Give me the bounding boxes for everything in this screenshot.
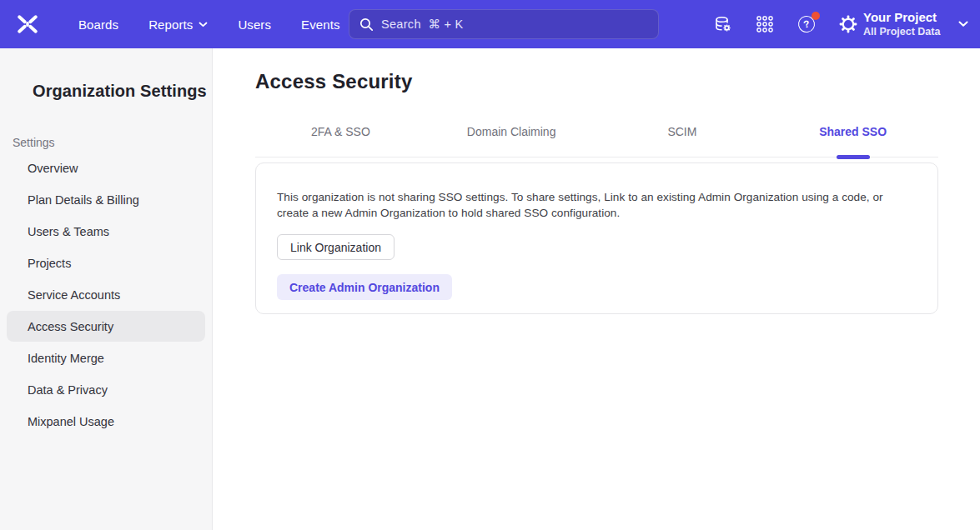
- sidebar-title: Organization Settings: [33, 82, 212, 101]
- page-title: Access Security: [255, 70, 980, 93]
- data-settings-button[interactable]: [713, 14, 733, 34]
- gear-icon: [838, 14, 858, 34]
- tab-domain-claiming[interactable]: Domain Claiming: [426, 117, 597, 157]
- notification-badge: [812, 12, 820, 20]
- primary-nav-links: Boards Reports Users Events: [67, 11, 352, 38]
- help-button[interactable]: ?: [797, 14, 817, 34]
- card-actions: Link Organization Create Admin Organizat…: [277, 221, 917, 300]
- search-icon: [359, 18, 374, 32]
- search-input[interactable]: [381, 18, 648, 31]
- main-content: Access Security 2FA & SSO Domain Claimin…: [214, 48, 980, 530]
- create-admin-organization-button[interactable]: Create Admin Organization: [277, 274, 452, 300]
- mixpanel-logo[interactable]: [13, 12, 42, 36]
- nav-item-events[interactable]: Events: [289, 11, 351, 38]
- chevron-down-icon: [199, 22, 208, 28]
- nav-item-label: Reports: [148, 18, 193, 32]
- sidebar-item-plan-details-billing[interactable]: Plan Details & Billing: [7, 184, 205, 215]
- apps-grid-icon: [756, 15, 774, 33]
- nav-item-label: Boards: [78, 18, 118, 32]
- tab-2fa-sso[interactable]: 2FA & SSO: [255, 117, 426, 157]
- global-search-bar[interactable]: [349, 9, 659, 39]
- sidebar-item-data-privacy[interactable]: Data & Privacy: [7, 374, 205, 405]
- sidebar-item-access-security[interactable]: Access Security: [7, 311, 205, 342]
- link-organization-button[interactable]: Link Organization: [277, 234, 395, 260]
- project-text: Your Project All Project Data: [863, 10, 958, 38]
- sidebar-section-label: Settings: [13, 136, 212, 149]
- sidebar-item-projects[interactable]: Projects: [7, 248, 205, 278]
- data-settings-icon: [713, 14, 733, 34]
- tab-scim[interactable]: SCIM: [597, 117, 768, 157]
- shared-sso-card: This organization is not sharing SSO set…: [255, 162, 938, 314]
- tab-shared-sso[interactable]: Shared SSO: [767, 117, 938, 157]
- top-navigation-bar: Boards Reports Users Events: [0, 0, 980, 48]
- nav-item-users[interactable]: Users: [226, 11, 283, 38]
- sidebar-item-identity-merge[interactable]: Identity Merge: [7, 342, 205, 373]
- settings-button[interactable]: [838, 14, 858, 34]
- settings-sidebar: Organization Settings Settings Overview …: [0, 48, 213, 530]
- sidebar-item-users-teams[interactable]: Users & Teams: [7, 216, 205, 247]
- nav-item-boards[interactable]: Boards: [67, 11, 130, 38]
- mixpanel-logo-icon: [15, 14, 40, 34]
- nav-item-label: Events: [301, 18, 339, 32]
- sidebar-item-mixpanel-usage[interactable]: Mixpanel Usage: [7, 406, 205, 437]
- sidebar-item-overview[interactable]: Overview: [7, 152, 205, 183]
- nav-icon-group: ?: [713, 0, 858, 48]
- project-name: Your Project: [863, 10, 958, 25]
- access-security-tabs: 2FA & SSO Domain Claiming SCIM Shared SS…: [255, 117, 938, 158]
- sidebar-item-service-accounts[interactable]: Service Accounts: [7, 279, 205, 310]
- shared-sso-description: This organization is not sharing SSO set…: [277, 189, 912, 221]
- nav-item-label: Users: [238, 18, 271, 32]
- chevron-down-icon: [958, 21, 968, 28]
- nav-item-reports[interactable]: Reports: [137, 11, 219, 38]
- project-data-view: All Project Data: [863, 25, 958, 38]
- app-window: Boards Reports Users Events: [0, 0, 980, 530]
- apps-grid-button[interactable]: [755, 14, 775, 34]
- project-switcher[interactable]: Your Project All Project Data: [863, 8, 968, 41]
